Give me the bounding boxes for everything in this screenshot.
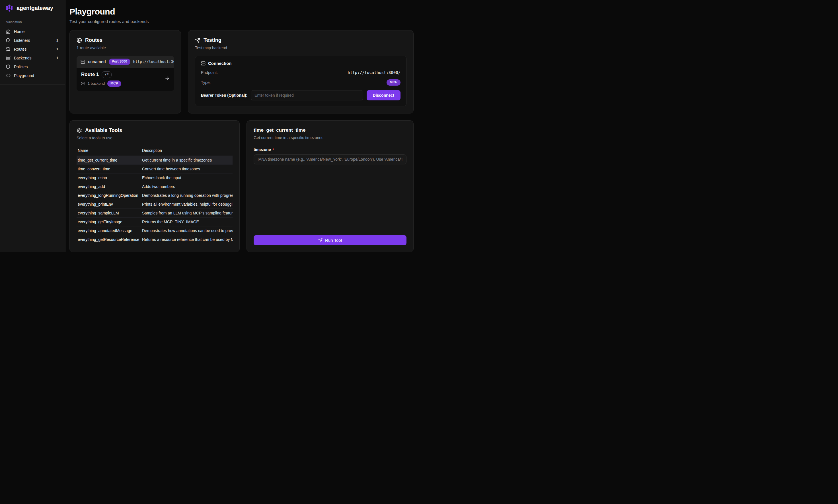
table-row[interactable]: everything_getResourceReference Returns … bbox=[76, 235, 232, 244]
tools-column-name: Name bbox=[76, 146, 141, 156]
nav-item-count: 1 bbox=[56, 38, 59, 42]
globe-icon bbox=[76, 38, 82, 43]
tool-description-cell[interactable]: Demonstrates how annotations can be used… bbox=[141, 226, 232, 235]
route-backend-count: 1 backend bbox=[88, 82, 105, 86]
tool-name-cell[interactable]: everything_add bbox=[76, 182, 141, 191]
nav-item-label: Listeners bbox=[14, 38, 30, 43]
send-icon bbox=[318, 238, 322, 242]
tools-table: Name Description time_get_current_time G… bbox=[76, 146, 232, 244]
listener-url: http://localhost:3000/ bbox=[133, 59, 174, 64]
tool-subtitle: Get current time in a specific timezones bbox=[254, 136, 406, 140]
tool-name-cell[interactable]: everything_printEnv bbox=[76, 200, 141, 209]
nav-section-label: Navigation bbox=[3, 20, 62, 27]
listener-port-badge: Port 3000 bbox=[109, 59, 130, 65]
route-name: Route 1 bbox=[81, 72, 99, 77]
endpoint-value: http://localhost:3000/ bbox=[348, 70, 401, 75]
tool-name-cell[interactable]: everything_getTinyImage bbox=[76, 217, 141, 226]
nav-item-count: 1 bbox=[56, 47, 59, 51]
send-icon bbox=[195, 38, 200, 43]
table-row[interactable]: everything_add Adds two numbers bbox=[76, 182, 232, 191]
testing-card-title: Testing bbox=[195, 37, 406, 43]
table-row[interactable]: everything_longRunningOperation Demonstr… bbox=[76, 191, 232, 200]
available-tools-card: Available Tools Select a tools to use Na… bbox=[69, 120, 240, 252]
nav-item-count: 1 bbox=[56, 56, 59, 60]
table-row[interactable]: everything_annotatedMessage Demonstrates… bbox=[76, 226, 232, 235]
table-row[interactable]: everything_printEnv Prints all environme… bbox=[76, 200, 232, 209]
disconnect-button[interactable]: Disconnect bbox=[367, 90, 401, 101]
tool-description-cell[interactable]: Prints all environment variables, helpfu… bbox=[141, 200, 232, 209]
tool-name-cell[interactable]: everything_sampleLLM bbox=[76, 209, 141, 217]
tool-description-cell[interactable]: Demonstrates a long running operation wi… bbox=[141, 191, 232, 200]
tool-title: time_get_current_time bbox=[254, 127, 406, 133]
table-row[interactable]: everything_getTinyImage Returns the MCP_… bbox=[76, 217, 232, 226]
tool-description-cell[interactable]: Returns the MCP_TINY_IMAGE bbox=[141, 217, 232, 226]
sidebar-item-playground[interactable]: Playground bbox=[3, 71, 62, 80]
tool-name-cell[interactable]: time_get_current_time bbox=[76, 156, 141, 164]
tool-description-cell[interactable]: Echoes back the input bbox=[141, 173, 232, 182]
routes-card-subtitle: 1 route available bbox=[76, 46, 174, 50]
tool-name-cell[interactable]: time_convert_time bbox=[76, 164, 141, 173]
nav-section: Navigation Home Listeners 1 Routes 1 Bac… bbox=[0, 16, 65, 85]
sidebar: agentgateway Navigation Home Listeners 1… bbox=[0, 0, 66, 252]
timezone-input[interactable] bbox=[254, 155, 406, 164]
code-icon bbox=[6, 73, 11, 78]
page-title: Playground bbox=[69, 7, 414, 17]
tool-name-cell[interactable]: everything_annotatedMessage bbox=[76, 226, 141, 235]
server-icon bbox=[201, 61, 206, 66]
table-row[interactable]: everything_sampleLLM Samples from an LLM… bbox=[76, 209, 232, 217]
brand[interactable]: agentgateway bbox=[0, 0, 65, 16]
nav-item-label: Home bbox=[14, 29, 24, 34]
routes-card: Routes 1 route available unnamed Port 30… bbox=[69, 30, 181, 113]
table-row[interactable]: everything_echo Echoes back the input bbox=[76, 173, 232, 182]
main-content: Playground Test your configured routes a… bbox=[66, 0, 419, 252]
tool-name-cell[interactable]: everything_getResourceReference bbox=[76, 235, 141, 244]
route-list: unnamed Port 3000 http://localhost:3000/… bbox=[76, 56, 174, 91]
listener-row: unnamed Port 3000 http://localhost:3000/ bbox=[76, 56, 174, 68]
available-tools-subtitle: Select a tools to use bbox=[76, 136, 232, 140]
sidebar-item-backends[interactable]: Backends 1 bbox=[3, 53, 62, 62]
home-icon bbox=[6, 29, 11, 34]
required-marker: * bbox=[273, 148, 274, 152]
nav-item-label: Backends bbox=[14, 56, 31, 60]
tool-run-panel: time_get_current_time Get current time i… bbox=[246, 120, 414, 252]
table-row[interactable]: time_convert_time Convert time between t… bbox=[76, 164, 232, 173]
sidebar-item-routes[interactable]: Routes 1 bbox=[3, 44, 62, 53]
tool-description-cell[interactable]: Returns a resource reference that can be… bbox=[141, 235, 232, 244]
gear-icon bbox=[76, 128, 82, 133]
tool-description-cell[interactable]: Get current time in a specific timezones bbox=[141, 156, 232, 164]
shield-icon bbox=[6, 64, 11, 69]
agentgateway-logo-icon bbox=[5, 4, 14, 12]
nav-items: Home Listeners 1 Routes 1 Backends 1 Pol… bbox=[3, 27, 62, 80]
connection-panel: Connection Endpoint: http://localhost:30… bbox=[195, 56, 406, 106]
table-row[interactable]: time_get_current_time Get current time i… bbox=[76, 156, 232, 164]
arrow-right-icon[interactable] bbox=[164, 76, 170, 82]
listener-name: unnamed bbox=[88, 59, 106, 64]
run-tool-button[interactable]: Run Tool bbox=[254, 235, 406, 245]
tool-name-cell[interactable]: everything_echo bbox=[76, 173, 141, 182]
bearer-token-label: Bearer Token (Optional): bbox=[201, 93, 247, 97]
server-icon bbox=[6, 55, 11, 60]
brand-name: agentgateway bbox=[17, 5, 53, 11]
testing-card: Testing Test mcp backend Connection Endp… bbox=[188, 30, 414, 113]
tool-description-cell[interactable]: Adds two numbers bbox=[141, 182, 232, 191]
route-path-badge: /* bbox=[102, 71, 111, 78]
route-item[interactable]: Route 1 /* 1 backend MCP bbox=[76, 68, 174, 91]
type-badge: MCP bbox=[387, 79, 401, 86]
tool-description-cell[interactable]: Samples from an LLM using MCP's sampling… bbox=[141, 209, 232, 217]
tool-name-cell[interactable]: everything_longRunningOperation bbox=[76, 191, 141, 200]
available-tools-title: Available Tools bbox=[76, 127, 232, 133]
sidebar-item-listeners[interactable]: Listeners 1 bbox=[3, 36, 62, 44]
server-icon bbox=[81, 82, 85, 86]
routes-card-title: Routes bbox=[76, 37, 174, 43]
sidebar-item-policies[interactable]: Policies bbox=[3, 62, 62, 71]
connection-title: Connection bbox=[201, 61, 401, 66]
bearer-token-input[interactable] bbox=[251, 90, 363, 101]
sidebar-item-home[interactable]: Home bbox=[3, 27, 62, 36]
testing-card-subtitle: Test mcp backend bbox=[195, 46, 406, 50]
nav-item-label: Policies bbox=[14, 65, 28, 69]
tool-description-cell[interactable]: Convert time between timezones bbox=[141, 164, 232, 173]
server-icon bbox=[81, 59, 85, 64]
headphones-icon bbox=[6, 38, 11, 43]
tools-column-description: Description bbox=[141, 146, 232, 156]
endpoint-label: Endpoint: bbox=[201, 70, 218, 75]
